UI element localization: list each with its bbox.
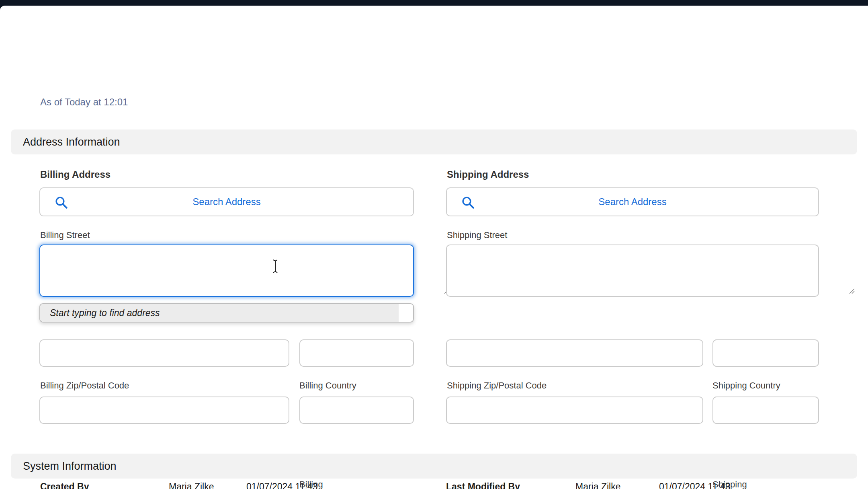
shipping-search-address-label: Search Address xyxy=(447,188,818,216)
section-title-system: System Information xyxy=(23,454,857,479)
shipping-country-label: Shipping Country xyxy=(712,380,819,392)
billing-address-column: Billing Address Search Address Billing S… xyxy=(39,169,414,483)
address-suggestion-option[interactable]: Start typing to find address xyxy=(40,304,399,322)
shipping-zip-input[interactable] xyxy=(446,397,703,424)
section-header-address: Address Information xyxy=(11,129,857,154)
created-by-label: Created By xyxy=(40,481,89,489)
last-modified-by-user[interactable]: Maria Zilke xyxy=(575,481,620,489)
address-suggestion-hint: Start typing to find address xyxy=(40,304,399,322)
shipping-city-input[interactable] xyxy=(446,339,703,367)
shipping-zip-label: Shipping Zip/Postal Code xyxy=(447,380,547,392)
billing-street-textarea[interactable] xyxy=(39,244,414,297)
shipping-country-input[interactable] xyxy=(712,397,819,424)
billing-zip-label: Billing Zip/Postal Code xyxy=(40,380,129,392)
billing-address-label: Billing Address xyxy=(40,169,111,180)
billing-search-address-button[interactable]: Search Address xyxy=(39,187,414,216)
billing-zip-input[interactable] xyxy=(39,397,289,424)
billing-street-label: Billing Street xyxy=(40,230,90,240)
shipping-address-label: Shipping Address xyxy=(447,169,529,180)
billing-city-input[interactable] xyxy=(39,339,289,367)
billing-country-input[interactable] xyxy=(299,397,414,424)
section-header-system: System Information xyxy=(11,454,857,479)
resize-handle-icon[interactable] xyxy=(848,288,856,295)
search-icon xyxy=(55,196,68,210)
last-modified-by-label: Last Modified By xyxy=(446,481,520,489)
shipping-street-textarea[interactable] xyxy=(446,244,819,297)
last-modified-by-date: 01/07/2024 11:43 xyxy=(659,481,730,489)
as-of-timestamp: As of Today at 12:01 xyxy=(40,97,128,108)
created-by-date: 01/07/2024 11:43 xyxy=(246,481,317,489)
created-by-user[interactable]: Maria Zilke xyxy=(169,481,214,489)
billing-search-address-label: Search Address xyxy=(40,188,413,216)
search-icon xyxy=(461,196,475,210)
shipping-state-input[interactable] xyxy=(712,339,819,367)
section-title-address: Address Information xyxy=(23,129,857,154)
shipping-address-column: Shipping Address Search Address Shipping… xyxy=(446,169,819,483)
shipping-search-address-button[interactable]: Search Address xyxy=(446,187,819,216)
address-suggestion-dropdown: Start typing to find address xyxy=(39,303,414,323)
shipping-street-label: Shipping Street xyxy=(447,230,507,240)
billing-country-label: Billing Country xyxy=(299,380,414,392)
billing-state-input[interactable] xyxy=(299,339,414,367)
